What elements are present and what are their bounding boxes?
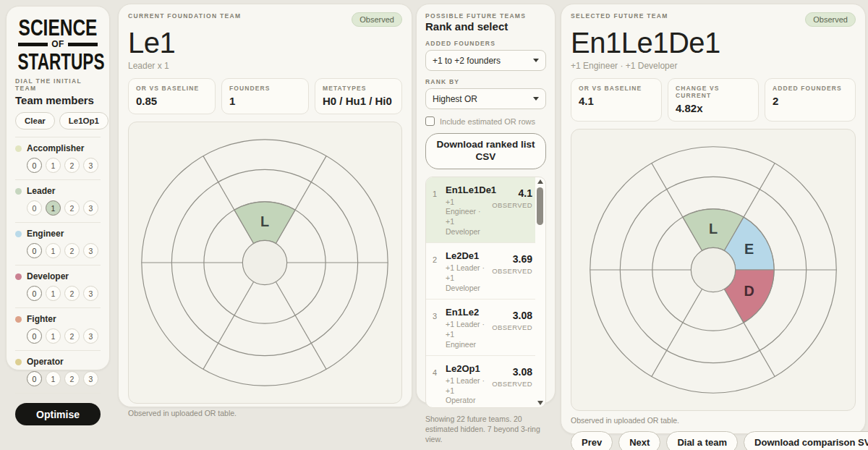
scroll-up-icon[interactable]: [537, 179, 543, 184]
leader-count-3[interactable]: 3: [83, 200, 98, 216]
leader-count-1[interactable]: 1: [46, 200, 61, 216]
engineer-count-3[interactable]: 3: [83, 243, 98, 258]
science-of-startups-logo: SCIENCE OF STARTUPS: [15, 18, 101, 70]
current-team-subtitle: Leader x 1: [128, 61, 402, 71]
operator-count-0[interactable]: 0: [27, 371, 42, 386]
logo-bar-right: [68, 43, 98, 46]
sidebar-section-label: DIAL THE INITIAL TEAM: [15, 77, 101, 92]
role-group-fighter: Fighter 0 1 2 3: [15, 308, 101, 351]
rank-by-label: RANK BY: [425, 78, 546, 85]
future-teams-section-label: POSSIBLE FUTURE TEAMS: [425, 12, 546, 20]
accomplisher-color-dot: [15, 145, 22, 152]
fighter-count-0[interactable]: 0: [27, 328, 42, 344]
leader-color-dot: [15, 188, 22, 195]
list-scrollbar[interactable]: [536, 179, 544, 405]
accomplisher-count-0[interactable]: 0: [27, 158, 42, 173]
ranked-team-row[interactable]: 2 Le2De1 +1 Leader · +1 Developer 3.69 O…: [426, 242, 535, 299]
developer-color-dot: [15, 273, 22, 280]
clear-button[interactable]: Clear: [15, 112, 55, 130]
selected-team-dial-chart: LED: [571, 129, 856, 411]
scrollbar-thumb[interactable]: [537, 187, 543, 225]
chevron-down-icon: [533, 97, 539, 101]
logo-bar-left: [18, 43, 48, 46]
role-group-developer: Developer 0 1 2 3: [15, 266, 101, 308]
developer-count-3[interactable]: 3: [83, 286, 98, 301]
current-team-panel: CURRENT FOUNDATION TEAM Observed Le1 Lea…: [118, 4, 412, 407]
svg-text:E: E: [744, 241, 754, 257]
current-team-stats: OR VS BASELINE 0.85 FOUNDERS 1 METATYPES…: [128, 78, 402, 114]
stat-metatypes: METATYPES H0 / Hu1 / Hi0: [315, 78, 402, 114]
added-founders-select[interactable]: +1 to +2 founders: [425, 50, 546, 71]
developer-count-2[interactable]: 2: [64, 286, 80, 301]
leader-count-2[interactable]: 2: [64, 200, 80, 216]
accomplisher-count-1[interactable]: 1: [46, 158, 61, 173]
app-root: SCIENCE OF STARTUPS DIAL THE INITIAL TEA…: [0, 0, 868, 434]
accomplisher-count-3[interactable]: 3: [83, 158, 98, 173]
future-teams-panel: POSSIBLE FUTURE TEAMS Rank and select AD…: [416, 4, 556, 404]
added-founders-label: ADDED FOUNDERS: [425, 40, 546, 47]
preset-le1op1-button[interactable]: Le1Op1: [59, 112, 109, 130]
role-group-operator: Operator 0 1 2 3: [15, 351, 101, 394]
include-estimated-checkbox-row[interactable]: Include estimated OR rows: [425, 116, 546, 126]
engineer-count-1[interactable]: 1: [46, 243, 61, 258]
selected-team-actions: Prev Next Dial a team Download compariso…: [571, 431, 856, 450]
current-team-footnote: Observed in uploaded OR table.: [128, 409, 402, 417]
stat-change-vs-current: CHANGE VS CURRENT 4.82x: [668, 78, 759, 122]
selected-team-section-label: SELECTED FUTURE TEAM: [571, 12, 668, 20]
observed-badge: Observed: [352, 12, 402, 27]
ranked-team-row[interactable]: 1 En1Le1De1 +1 Engineer · +1 Developer 4…: [426, 177, 535, 243]
rank-by-select[interactable]: Highest OR: [425, 88, 546, 109]
developer-stepper: 0 1 2 3: [27, 286, 101, 301]
role-group-engineer: Engineer 0 1 2 3: [15, 223, 101, 266]
dial-a-team-button[interactable]: Dial a team: [666, 431, 738, 450]
fighter-color-dot: [15, 316, 22, 323]
rank-and-select-title: Rank and select: [425, 20, 546, 33]
next-button[interactable]: Next: [618, 431, 660, 450]
fighter-count-1[interactable]: 1: [46, 328, 61, 344]
ranked-team-row[interactable]: 4 Le2Op1 +1 Leader · +1 Operator 3.08 OB…: [426, 355, 535, 408]
current-team-title: Le1: [128, 27, 402, 58]
chevron-down-icon: [533, 59, 539, 62]
selected-team-panel: SELECTED FUTURE TEAM Observed En1Le1De1 …: [561, 4, 866, 434]
team-dial-sidebar: SCIENCE OF STARTUPS DIAL THE INITIAL TEA…: [6, 6, 110, 370]
leader-count-0[interactable]: 0: [27, 200, 42, 216]
fighter-stepper: 0 1 2 3: [27, 328, 101, 344]
fighter-count-3[interactable]: 3: [83, 328, 98, 344]
svg-text:L: L: [709, 221, 718, 237]
scroll-down-icon[interactable]: [537, 401, 543, 405]
selected-team-title: En1Le1De1: [571, 27, 856, 58]
download-ranked-list-csv-button[interactable]: Download ranked list CSV: [425, 133, 546, 169]
developer-count-0[interactable]: 0: [27, 286, 42, 301]
svg-text:L: L: [260, 213, 269, 229]
role-list: Accomplisher 0 1 2 3 Leader 0 1 2 3 Engi: [15, 137, 101, 394]
include-estimated-checkbox[interactable]: [425, 116, 435, 126]
download-comparison-svg-button[interactable]: Download comparison SVG: [744, 431, 868, 450]
team-members-title: Team members: [15, 94, 101, 106]
leader-stepper: 0 1 2 3: [27, 200, 101, 216]
optimise-button[interactable]: Optimise: [15, 403, 101, 425]
engineer-stepper: 0 1 2 3: [27, 243, 101, 258]
developer-count-1[interactable]: 1: [46, 286, 61, 301]
operator-color-dot: [15, 359, 22, 365]
operator-count-2[interactable]: 2: [64, 371, 80, 386]
stat-added-founders: ADDED FOUNDERS 2: [765, 78, 856, 122]
current-team-section-label: CURRENT FOUNDATION TEAM: [128, 12, 241, 20]
selected-team-stats: OR VS BASELINE 4.1 CHANGE VS CURRENT 4.8…: [571, 78, 856, 122]
logo-line-startups: STARTUPS: [18, 49, 98, 73]
selected-team-subtitle: +1 Engineer · +1 Developer: [571, 61, 856, 71]
observed-badge: Observed: [805, 12, 856, 27]
ranked-team-row[interactable]: 3 En1Le2 +1 Leader · +1 Engineer 3.08 OB…: [426, 299, 535, 355]
preset-chips: Clear Le1Op1: [15, 112, 101, 130]
engineer-count-2[interactable]: 2: [64, 243, 80, 258]
accomplisher-count-2[interactable]: 2: [64, 158, 80, 173]
fighter-count-2[interactable]: 2: [64, 328, 80, 344]
ranked-team-list: 1 En1Le1De1 +1 Engineer · +1 Developer 4…: [425, 177, 546, 408]
operator-stepper: 0 1 2 3: [27, 371, 101, 386]
current-team-dial-chart: L: [128, 122, 402, 404]
operator-count-1[interactable]: 1: [46, 371, 61, 386]
future-teams-footnote: Showing 22 future teams. 20 estimated hi…: [425, 414, 546, 445]
accomplisher-stepper: 0 1 2 3: [27, 158, 101, 173]
engineer-count-0[interactable]: 0: [27, 243, 42, 258]
operator-count-3[interactable]: 3: [83, 371, 98, 386]
prev-button[interactable]: Prev: [571, 431, 613, 450]
